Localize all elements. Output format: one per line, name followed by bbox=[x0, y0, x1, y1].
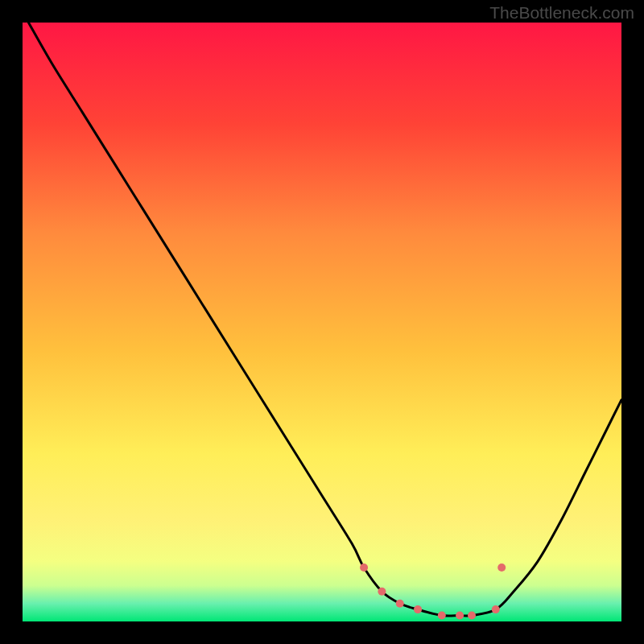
curve-marker bbox=[414, 605, 422, 613]
curve-marker bbox=[497, 564, 506, 572]
curve-marker bbox=[456, 612, 464, 620]
curve-marker bbox=[360, 564, 368, 572]
curve-marker bbox=[492, 605, 500, 613]
curve-marker bbox=[396, 600, 404, 608]
watermark-text: TheBottleneck.com bbox=[489, 3, 634, 23]
chart-plot-area bbox=[23, 23, 621, 621]
curve-marker bbox=[378, 588, 386, 596]
curve-marker bbox=[438, 612, 446, 620]
curve-marker bbox=[468, 612, 476, 620]
chart-background bbox=[23, 23, 621, 621]
chart-svg bbox=[23, 23, 621, 621]
